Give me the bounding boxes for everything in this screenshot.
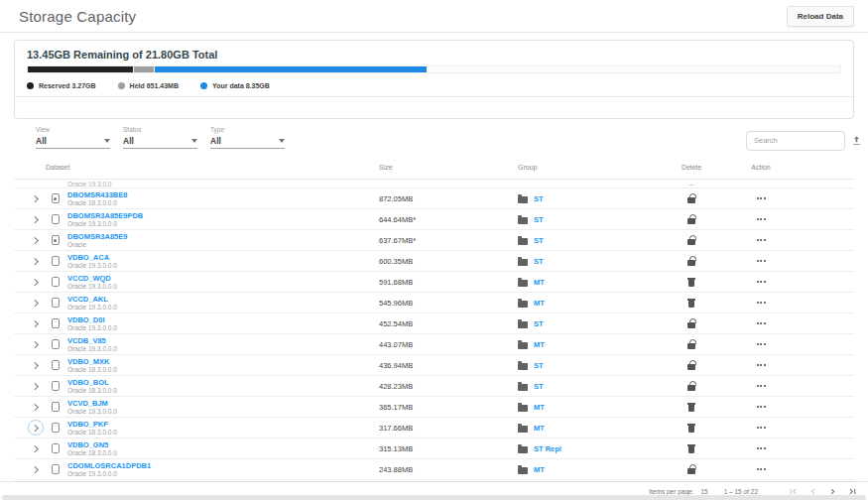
dataset-link[interactable]: CDOMLOSRCA1DPDB1 (67, 461, 151, 470)
more-actions-icon[interactable] (755, 215, 768, 223)
more-actions-icon[interactable] (755, 319, 768, 327)
group-link[interactable]: ST (534, 257, 544, 266)
dataset-link[interactable]: VCCD_WQD (67, 274, 117, 283)
more-actions-icon[interactable] (755, 278, 768, 286)
dataset-link[interactable]: DBOMSR3A85E9 (67, 232, 127, 241)
group-link[interactable]: ST (534, 194, 544, 203)
group-cell: ST (508, 382, 657, 391)
lock-icon (687, 318, 696, 328)
dataset-link[interactable]: VDBO_PKF (67, 420, 117, 429)
group-link[interactable]: ST (534, 215, 544, 224)
more-actions-icon[interactable] (755, 424, 768, 432)
expand-chevron-icon[interactable] (28, 253, 44, 269)
legend-dot-icon (200, 82, 207, 89)
dataset-link[interactable]: VDBO_BOL (67, 378, 117, 387)
more-actions-icon[interactable] (755, 236, 768, 244)
more-actions-icon[interactable] (755, 194, 768, 202)
expand-chevron-icon[interactable] (28, 232, 44, 248)
group-cell: MT (508, 465, 657, 474)
group-link[interactable]: MT (534, 299, 545, 308)
dataset-cell: VDBO_BOL Oracle 18.3.0.0.0 (14, 378, 379, 395)
filter-dropdown[interactable]: Type All (210, 126, 285, 149)
horizontal-scrollbar[interactable] (2, 495, 866, 500)
more-actions-icon[interactable] (755, 361, 768, 369)
trash-icon[interactable] (687, 402, 696, 413)
expand-chevron-icon[interactable] (28, 211, 44, 227)
action-cell (726, 299, 796, 307)
dataset-cell: DBOMSR3A85E9PDB Oracle 19.3.0.0.0 (14, 211, 379, 228)
delete-cell (657, 277, 726, 288)
group-link[interactable]: ST (534, 236, 544, 245)
group-link[interactable]: ST (534, 361, 544, 370)
trash-icon[interactable] (687, 423, 696, 434)
database-icon (52, 402, 60, 412)
table-row: DBOMSR3A85E9 Oracle 637.67MB* ST (14, 230, 854, 251)
dataset-link[interactable]: VCCD_AKL (67, 295, 117, 304)
group-link[interactable]: ST (534, 382, 544, 391)
more-actions-icon[interactable] (755, 340, 768, 348)
filter-label: Type (210, 126, 285, 134)
group-link[interactable]: MT (534, 403, 545, 412)
dataset-link[interactable]: DBOMSR433BE8 (67, 190, 127, 199)
dataset-link[interactable]: VCDB_V85 (67, 336, 117, 345)
group-link[interactable]: ST Repl (534, 444, 561, 453)
expand-chevron-icon[interactable] (28, 440, 44, 456)
folder-icon (518, 384, 528, 391)
group-link[interactable]: ST (534, 319, 544, 328)
dataset-version: Oracle 19.3.0.0 (14, 180, 379, 188)
dataset-text: VDBO_BOL Oracle 18.3.0.0.0 (67, 378, 117, 395)
expand-chevron-icon[interactable] (28, 274, 44, 290)
filter-dropdown[interactable]: View All (36, 126, 110, 149)
expand-chevron-icon[interactable] (28, 190, 44, 206)
expand-chevron-icon[interactable] (28, 420, 44, 436)
more-actions-icon[interactable] (755, 403, 768, 411)
dataset-cell: VCDB_V85 Oracle 19.3.0.0.0 (14, 336, 379, 353)
dataset-link[interactable]: VCVD_BJM (67, 399, 117, 408)
size-value: 452.54MB (379, 319, 508, 328)
reload-data-button[interactable]: Reload Data (787, 6, 854, 27)
dataset-link[interactable]: DBOMSR3A85E9PDB (67, 211, 143, 220)
trash-icon[interactable] (687, 443, 696, 454)
size-value: 436.94MB (379, 361, 508, 370)
more-actions-icon[interactable] (755, 465, 768, 473)
group-cell: ST (508, 194, 657, 203)
more-actions-icon[interactable] (755, 299, 768, 307)
expand-chevron-icon[interactable] (28, 336, 44, 352)
dataset-link[interactable]: VDBO_D0I (67, 315, 117, 324)
group-link[interactable]: MT (534, 340, 545, 349)
trash-icon[interactable] (687, 277, 696, 288)
clipped-table-row: Oracle 19.3.0.0 – (14, 180, 854, 188)
filter-value-row: All (36, 134, 110, 149)
search-input[interactable] (746, 131, 845, 151)
more-actions-icon[interactable] (755, 444, 768, 452)
group-link[interactable]: MT (534, 465, 545, 474)
expand-chevron-icon[interactable] (28, 399, 44, 415)
action-cell (726, 361, 796, 369)
lock-icon (687, 464, 696, 474)
expand-chevron-icon[interactable] (28, 315, 44, 331)
folder-icon (518, 280, 528, 287)
dataset-link[interactable]: VDBO_ACA (67, 253, 117, 262)
folder-icon (518, 467, 528, 474)
trash-icon[interactable] (687, 298, 696, 309)
items-per-page-select[interactable]: 15 (700, 488, 707, 495)
expand-chevron-icon[interactable] (28, 378, 44, 394)
database-icon (52, 214, 60, 224)
more-actions-icon[interactable] (755, 382, 768, 390)
table-row: VDBO_MXK Oracle 18.3.0.0.0 436.94MB ST (14, 355, 854, 376)
more-actions-icon[interactable] (755, 257, 768, 265)
dataset-text: CDOMLOSRCA1DPDB1 Oracle 19.3.0.0.0 (67, 461, 151, 478)
dataset-link[interactable]: VDBO_GN5 (67, 440, 117, 449)
filter-dropdown[interactable]: Status All (123, 126, 197, 149)
expand-chevron-icon[interactable] (28, 295, 44, 311)
group-link[interactable]: MT (534, 424, 545, 433)
expand-chevron-icon[interactable] (28, 357, 44, 373)
expand-chevron-icon[interactable] (28, 461, 44, 477)
dataset-version: Oracle 18.3.0.0.0 (67, 387, 117, 395)
export-icon[interactable] (850, 134, 862, 146)
dataset-link[interactable]: VDBO_MXK (67, 357, 117, 366)
group-cell: MT (508, 403, 657, 412)
group-link[interactable]: MT (534, 278, 545, 287)
table-row: CDOMLOSRCA1DPDB1 Oracle 19.3.0.0.0 243.8… (14, 459, 854, 480)
group-cell: MT (508, 340, 657, 349)
